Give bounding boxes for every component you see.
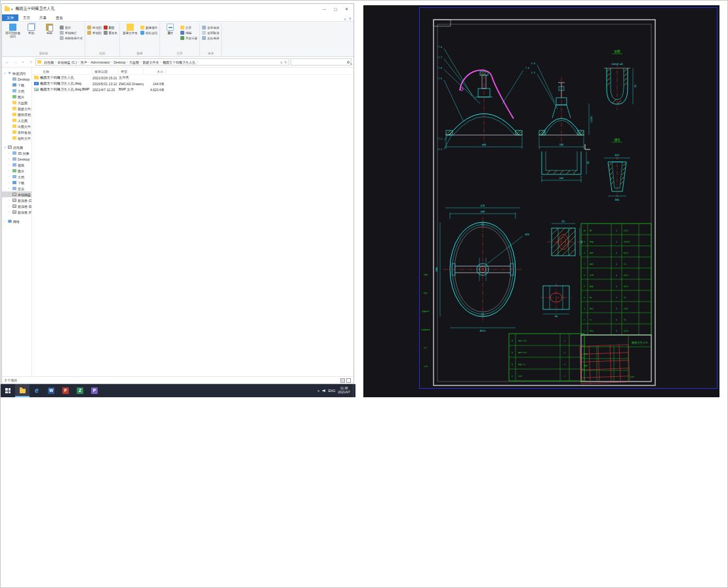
- sidebar-item-folder[interactable]: 图纸存档: [2, 111, 31, 117]
- sidebar-item-downloads[interactable]: 下载: [2, 82, 31, 88]
- search-input[interactable]: [293, 60, 347, 64]
- history-button[interactable]: 历史记录: [180, 36, 197, 40]
- sidebar-item-pictures[interactable]: ›图片: [2, 168, 31, 174]
- tab-view[interactable]: 查看: [51, 14, 68, 21]
- details-view-icon[interactable]: [340, 378, 345, 383]
- easy-access-button[interactable]: 轻松访问: [140, 31, 157, 35]
- breadcrumb[interactable]: 此电脑› 本地磁盘 (C:)› 用户› Administrator› Deskt…: [35, 58, 289, 66]
- rename-button[interactable]: 重命名: [104, 31, 118, 35]
- pin-to-quick-access-button[interactable]: 固定到快速访问: [5, 24, 21, 38]
- open-button[interactable]: 打开: [180, 26, 197, 29]
- paste-shortcut-button[interactable]: 粘贴快捷方式: [60, 36, 83, 40]
- file-row[interactable]: D椭圆五十码曝卫生人孔.dwg 2016/5/31 13:12 ZWCAD Dr…: [32, 81, 354, 87]
- forward-button[interactable]: →: [12, 60, 18, 64]
- ribbon-collapse-icon[interactable]: ∨: [344, 17, 346, 21]
- sidebar-item-downloads[interactable]: ›下载: [2, 180, 31, 186]
- new-item-button[interactable]: 新建项目: [140, 26, 157, 29]
- properties-button[interactable]: 属性: [162, 24, 178, 35]
- file-row[interactable]: 椭圆五十码曝卫生人孔 2021/3/29 15:21 文件夹: [32, 75, 354, 81]
- sidebar-item-videos[interactable]: ›视频: [2, 162, 31, 168]
- sidebar-item-pictures[interactable]: 图片: [2, 94, 31, 100]
- sidebar-item-folder[interactable]: 临时文件: [2, 135, 31, 141]
- quick-access-toolbar[interactable]: ▾: [11, 7, 13, 11]
- sidebar-item-c-drive[interactable]: ›本地磁盘 (C:): [2, 191, 31, 197]
- column-date[interactable]: 修改日期: [92, 69, 119, 74]
- taskbar-icon-cad-app[interactable]: Z: [73, 384, 87, 397]
- taskbar-icon-file-explorer[interactable]: [15, 384, 30, 397]
- title-bar[interactable]: ▾ 椭圆五十码曝卫生人孔 — ▢ ✕: [2, 4, 354, 14]
- tab-home[interactable]: 主页: [18, 14, 35, 21]
- sidebar-item-desktop[interactable]: Desktop: [2, 76, 31, 82]
- taskbar-icon-edge-browser[interactable]: e: [30, 384, 44, 397]
- breadcrumb-folder2[interactable]: 新建文件夹: [142, 60, 160, 64]
- breadcrumb-administrator[interactable]: Administrator: [90, 60, 110, 64]
- qat-customize-icon[interactable]: ▾: [11, 7, 13, 11]
- sidebar-item-music[interactable]: ›音乐: [2, 186, 31, 191]
- tray-expand-icon[interactable]: ∧: [317, 389, 320, 393]
- column-size[interactable]: 大小: [144, 69, 166, 74]
- breadcrumb-this-pc[interactable]: 此电脑: [43, 60, 54, 64]
- edit-button[interactable]: 编辑: [180, 31, 197, 35]
- sidebar-quick-access[interactable]: ∨★快速访问: [2, 70, 31, 76]
- sidebar-item-desktop[interactable]: ›Desktop: [2, 156, 31, 162]
- invert-selection-button[interactable]: 反向选择: [202, 36, 219, 40]
- taskbar-icon-pdf-reader[interactable]: F: [58, 384, 73, 397]
- address-dropdown-icon[interactable]: ∨: [280, 60, 283, 64]
- new-folder-button[interactable]: 新建文件夹: [122, 24, 138, 35]
- paste-button[interactable]: 粘贴: [41, 24, 58, 35]
- help-icon[interactable]: ?: [349, 17, 351, 21]
- minimize-button[interactable]: —: [319, 4, 330, 14]
- file-row[interactable]: 椭圆五十码曝卫生人孔.dwg.BMP 2021/4/7 11:23 BMP 文件…: [32, 87, 354, 92]
- column-name[interactable]: 名称: [32, 69, 92, 74]
- start-button[interactable]: [1, 384, 15, 397]
- refresh-icon[interactable]: ↻: [285, 60, 287, 64]
- chevron-icon: ›: [55, 60, 56, 64]
- sidebar-item-folder[interactable]: 人孔图: [2, 117, 31, 123]
- recent-locations-icon[interactable]: ∨: [20, 60, 26, 64]
- sidebar-item-documents[interactable]: 文档: [2, 88, 31, 94]
- close-button[interactable]: ✕: [341, 4, 352, 14]
- delete-button[interactable]: 删除: [104, 26, 118, 29]
- sidebar-item-folder[interactable]: 凡益图: [2, 100, 31, 106]
- sidebar-item-documents[interactable]: ›文档: [2, 174, 31, 180]
- up-button[interactable]: ↑: [28, 60, 34, 64]
- select-all-button[interactable]: 全部选择: [202, 26, 219, 29]
- svg-text:T-5: T-5: [438, 77, 442, 80]
- back-button[interactable]: ←: [4, 60, 10, 64]
- sidebar-item-folder[interactable]: 出图文件: [2, 123, 31, 129]
- breadcrumb-c-drive[interactable]: 本地磁盘 (C:): [57, 60, 78, 64]
- breadcrumb-current[interactable]: 椭圆五十码曝卫生人孔: [162, 60, 196, 64]
- taskbar-icon-image-viewer[interactable]: P: [87, 384, 102, 397]
- show-desktop-button[interactable]: [353, 384, 355, 397]
- column-type[interactable]: 类型: [119, 69, 144, 74]
- sidebar-item-e-drive[interactable]: ›新加卷 (E:): [2, 203, 31, 209]
- documents-icon: [12, 175, 16, 178]
- breadcrumb-desktop[interactable]: Desktop: [113, 60, 126, 64]
- tab-share[interactable]: 共享: [35, 14, 51, 21]
- sidebar-network[interactable]: ›网络: [2, 218, 31, 224]
- breadcrumb-users[interactable]: 用户: [80, 60, 88, 64]
- sidebar-item-folder[interactable]: 资料备份: [2, 129, 31, 135]
- svg-text:4: 4: [564, 351, 565, 354]
- copy-button[interactable]: 复制: [23, 24, 39, 35]
- tab-file[interactable]: 文件: [2, 14, 18, 21]
- volume-icon[interactable]: [322, 389, 325, 393]
- taskbar-icon-word[interactable]: W: [44, 384, 58, 397]
- sidebar-item-3d-objects[interactable]: ›3D 对象: [2, 150, 31, 156]
- cut-button[interactable]: 剪切: [60, 26, 83, 29]
- sidebar-this-pc[interactable]: ∨此电脑: [2, 144, 31, 150]
- select-none-button[interactable]: 全部取消: [202, 31, 219, 35]
- sidebar-item-d-drive[interactable]: ›新加卷 (D:): [2, 197, 31, 203]
- clock[interactable]: 11:382021/4/7: [338, 387, 350, 395]
- svg-text:比例: 比例: [630, 376, 634, 378]
- copy-to-button[interactable]: 复制到: [87, 31, 102, 35]
- breadcrumb-folder1[interactable]: 凡益图: [129, 60, 140, 64]
- maximize-button[interactable]: ▢: [330, 4, 341, 14]
- thumbnail-view-icon[interactable]: [346, 378, 351, 383]
- language-indicator[interactable]: ENG: [328, 389, 335, 393]
- sidebar-item-f-drive[interactable]: ›新加卷 (F:): [2, 209, 31, 215]
- copy-path-button[interactable]: 复制路径: [60, 31, 83, 35]
- move-to-button[interactable]: 移动到: [87, 26, 102, 29]
- search-box[interactable]: [291, 58, 352, 66]
- sidebar-item-folder[interactable]: 新建文件夹: [2, 106, 31, 111]
